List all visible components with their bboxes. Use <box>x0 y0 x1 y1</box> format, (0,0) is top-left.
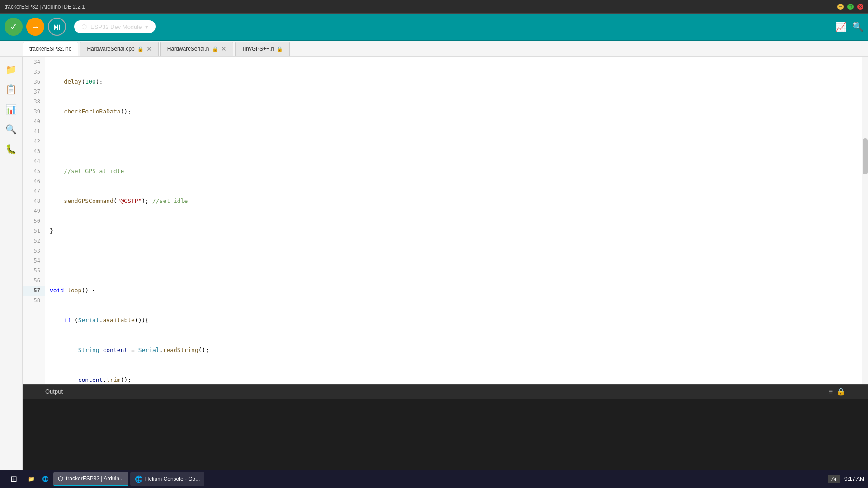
board-selector[interactable]: ⬡ ESP32 Dev Module ▾ <box>74 20 156 33</box>
code-line-41: void loop() { <box>50 286 857 296</box>
line-num-37: 37 <box>23 87 45 97</box>
code-line-36 <box>50 136 857 146</box>
code-line-35: checkForLoRaData(); <box>50 107 857 117</box>
code-line-44: content.trim(); <box>50 375 857 384</box>
code-line-40 <box>50 256 857 266</box>
tab-TinyGPS[interactable]: TinyGPS++.h 🔒 <box>235 42 290 56</box>
verify-button[interactable]: ✓ <box>5 18 23 36</box>
line-num-45: 45 <box>23 166 45 176</box>
line-num-41: 41 <box>23 127 45 136</box>
line-num-51: 51 <box>23 226 45 236</box>
sidebar-clipboard-button[interactable]: 📋 <box>2 80 20 99</box>
window-controls[interactable]: ─ □ ✕ <box>837 4 863 10</box>
output-content <box>23 399 868 474</box>
code-lines[interactable]: delay(100); checkForLoRaData(); //set GP… <box>45 57 862 384</box>
line-num-50: 50 <box>23 216 45 226</box>
line-num-35: 35 <box>23 67 45 77</box>
line-num-54: 54 <box>23 256 45 266</box>
code-editor[interactable]: 34 35 36 37 38 39 40 41 42 43 44 45 46 4… <box>23 57 868 384</box>
tab-bar: trackerESP32.ino HardwareSerial.cpp 🔒 ✕ … <box>0 41 868 57</box>
sidebar-boards-button[interactable]: 📊 <box>2 100 20 118</box>
line-num-42: 42 <box>23 136 45 146</box>
tab-label: trackerESP32.ino <box>29 46 71 52</box>
minimize-button[interactable]: ─ <box>837 4 844 10</box>
line-num-47: 47 <box>23 186 45 196</box>
tab-lock-icon: 🔒 <box>277 46 283 52</box>
line-num-34: 34 <box>23 57 45 67</box>
board-icon: ⬡ <box>81 23 87 30</box>
output-controls: ≡ 🔒 <box>829 387 845 396</box>
tab-label: HardwareSerial.cpp <box>87 46 134 52</box>
code-container: 34 35 36 37 38 39 40 41 42 43 44 45 46 4… <box>23 57 868 384</box>
upload-button[interactable]: → <box>26 18 44 36</box>
taskbar-ai-label[interactable]: Ai <box>828 475 840 483</box>
tab-HardwareSerial-cpp[interactable]: HardwareSerial.cpp 🔒 ✕ <box>80 42 158 56</box>
line-num-49: 49 <box>23 206 45 216</box>
output-header: Output ≡ 🔒 <box>23 385 868 399</box>
helium-icon: 🌐 <box>135 475 142 483</box>
maximize-button[interactable]: □ <box>847 4 854 10</box>
line-num-38: 38 <box>23 97 45 107</box>
taskbar-arduino-label: trackerESP32 | Arduin... <box>66 475 124 482</box>
taskbar-right: Ai 9:17 AM <box>828 475 864 483</box>
line-num-52: 52 <box>23 236 45 246</box>
code-line-37: //set GPS at idle <box>50 166 857 176</box>
sidebar-files-button[interactable]: 📁 <box>2 61 20 79</box>
line-num-43: 43 <box>23 146 45 156</box>
line-num-56: 56 <box>23 276 45 286</box>
output-title: Output <box>45 388 63 395</box>
tab-HardwareSerial-h[interactable]: HardwareSerial.h 🔒 ✕ <box>160 42 233 56</box>
line-numbers: 34 35 36 37 38 39 40 41 42 43 44 45 46 4… <box>23 57 45 384</box>
board-dropdown-icon: ▾ <box>145 23 148 30</box>
toolbar-right: 📈 🔍 <box>835 21 863 32</box>
tab-lock-icon: 🔒 <box>212 46 218 52</box>
start-button[interactable]: ⊞ <box>4 472 24 486</box>
debug-button[interactable]: ⏯ <box>48 18 66 36</box>
board-name: ESP32 Dev Module <box>90 23 142 30</box>
line-num-46: 46 <box>23 176 45 186</box>
code-line-34: delay(100); <box>50 77 857 87</box>
sidebar-debug-button[interactable]: 🐛 <box>2 140 20 158</box>
code-line-43: String content = Serial.readString(); <box>50 345 857 355</box>
output-lock-button[interactable]: 🔒 <box>836 387 845 396</box>
code-line-39: } <box>50 226 857 236</box>
line-num-44: 44 <box>23 156 45 166</box>
serial-plotter-button[interactable]: 📈 <box>835 21 847 32</box>
serial-monitor-button[interactable]: 🔍 <box>852 21 863 32</box>
tab-close-icon[interactable]: ✕ <box>221 46 226 52</box>
title-bar: trackerESP32 | Arduino IDE 2.2.1 ─ □ ✕ <box>0 0 868 14</box>
main-area: 📁 📋 📊 🔍 🐛 34 35 36 37 38 39 40 41 42 <box>0 57 868 474</box>
taskbar-helium-label: Helium Console - Go... <box>145 476 200 482</box>
line-num-36: 36 <box>23 77 45 87</box>
sidebar-search-button[interactable]: 🔍 <box>2 120 20 138</box>
tab-label: HardwareSerial.h <box>167 46 209 52</box>
line-num-53: 53 <box>23 246 45 256</box>
taskbar-explorer[interactable]: 📁 <box>25 472 38 486</box>
toolbar: ✓ → ⏯ ⬡ ESP32 Dev Module ▾ 📈 🔍 <box>0 14 868 41</box>
line-num-57: 57 <box>23 286 45 296</box>
tab-label: TinyGPS++.h <box>242 46 274 52</box>
tab-trackerESP32[interactable]: trackerESP32.ino <box>23 42 78 56</box>
close-button[interactable]: ✕ <box>857 4 863 10</box>
code-line-38: sendGPSCommand("@GSTP"); //set idle <box>50 196 857 206</box>
taskbar: ⊞ 📁 🌐 ⬡ trackerESP32 | Arduin... 🌐 Heliu… <box>0 470 868 488</box>
taskbar-helium[interactable]: 🌐 Helium Console - Go... <box>130 472 204 486</box>
output-toggle-button[interactable]: ≡ <box>829 387 833 396</box>
taskbar-time: 9:17 AM <box>844 476 864 482</box>
line-num-58: 58 <box>23 296 45 305</box>
scrollbar-thumb[interactable] <box>863 138 868 174</box>
tab-close-icon[interactable]: ✕ <box>146 46 152 52</box>
line-num-39: 39 <box>23 107 45 117</box>
taskbar-arduino[interactable]: ⬡ trackerESP32 | Arduin... <box>53 472 128 486</box>
taskbar-edge[interactable]: 🌐 <box>39 472 52 486</box>
line-num-40: 40 <box>23 117 45 127</box>
output-panel: Output ≡ 🔒 <box>23 384 868 474</box>
line-num-55: 55 <box>23 266 45 276</box>
line-num-48: 48 <box>23 196 45 206</box>
editor-scrollbar[interactable] <box>862 57 868 384</box>
window-title: trackerESP32 | Arduino IDE 2.2.1 <box>5 4 837 10</box>
arduino-icon: ⬡ <box>58 475 63 482</box>
code-line-42: if (Serial.available()){ <box>50 315 857 325</box>
tab-lock-icon: 🔒 <box>137 46 144 52</box>
sidebar: 📁 📋 📊 🔍 🐛 <box>0 57 23 474</box>
